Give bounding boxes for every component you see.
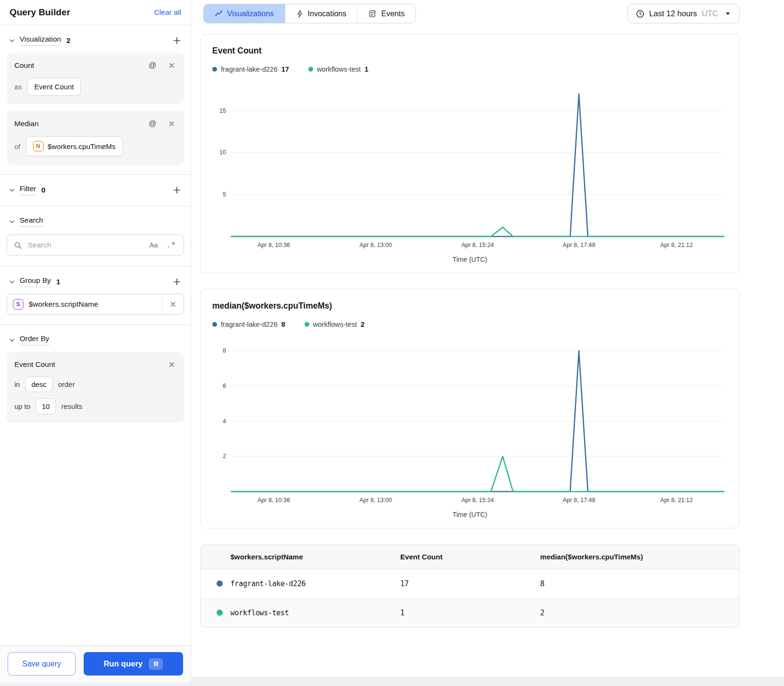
remove-count-visualization-button[interactable]	[167, 61, 176, 70]
order-by-field: Event Count	[14, 360, 55, 369]
tab-label: Events	[381, 10, 404, 18]
chevron-down-icon[interactable]	[9, 279, 15, 285]
y-tick-label: 5	[223, 191, 226, 198]
filter-section: Filter 0	[0, 175, 191, 206]
legend-series-value: 8	[282, 321, 285, 328]
alias-at-button[interactable]: @	[148, 118, 157, 129]
tab-visualizations[interactable]: Visualizations	[204, 4, 285, 23]
chart-title: Event Count	[212, 46, 728, 56]
x-tick-label: Apr 8, 15:24	[461, 497, 494, 504]
legend-series-value: 17	[282, 65, 289, 73]
remove-order-by-button[interactable]	[167, 360, 176, 369]
series-line-fragrant-lake-d226	[231, 94, 724, 237]
add-visualization-button[interactable]	[172, 35, 182, 46]
number-field-icon: N	[33, 141, 44, 151]
legend-dot	[305, 322, 309, 327]
close-icon	[168, 120, 175, 128]
group-by-field-name: $workers.scriptName	[29, 300, 98, 309]
string-field-icon: S	[13, 299, 23, 310]
chevron-down-icon	[725, 11, 731, 17]
chart-legend: fragrant-lake-d22617workflows-test1	[212, 65, 728, 73]
chevron-down-icon[interactable]	[9, 37, 15, 44]
search-section-label[interactable]: Search	[20, 216, 43, 227]
table-row[interactable]: workflows-test12	[201, 599, 739, 628]
horizontal-scrollbar[interactable]	[0, 682, 784, 686]
event-count-alias-field[interactable]: Event Count	[27, 78, 81, 96]
filter-count: 0	[41, 186, 45, 194]
legend-series-name: fragrant-lake-d226	[221, 65, 278, 73]
chevron-down-icon[interactable]	[9, 218, 15, 225]
save-query-button[interactable]: Save query	[8, 652, 76, 675]
remove-group-by-button[interactable]	[162, 294, 184, 314]
legend-item[interactable]: fragrant-lake-d22617	[212, 65, 289, 73]
regex-icon: .*	[166, 241, 176, 249]
group-by-count: 1	[56, 278, 60, 286]
close-icon	[169, 300, 177, 308]
group-by-field-selector[interactable]: S $workers.scriptName	[7, 294, 162, 314]
legend-series-value: 2	[360, 321, 364, 328]
result-limit-input[interactable]: 10	[35, 398, 56, 414]
value-cell: 17	[394, 569, 534, 599]
up-to-label: up to	[14, 402, 30, 410]
clear-all-button[interactable]: Clear all	[154, 8, 181, 17]
search-section: Search Aa .*	[0, 206, 191, 267]
chevron-down-icon[interactable]	[9, 337, 15, 343]
x-tick-label: Apr 8, 21:12	[660, 242, 693, 248]
results-table: $workers.scriptNameEvent Countmedian($wo…	[201, 545, 739, 627]
search-icon	[14, 241, 22, 249]
visualization-section-label[interactable]: Visualization	[20, 35, 61, 46]
at-icon: @	[149, 61, 156, 70]
y-tick-label: 2	[223, 453, 226, 460]
column-header[interactable]: median($workers.cpuTimeMs)	[534, 545, 739, 569]
time-range-label: Last 12 hours	[649, 9, 697, 18]
legend-series-name: workflows-test	[317, 65, 361, 73]
legend-item[interactable]: workflows-test1	[308, 65, 369, 73]
visualization-section: Visualization 2 Count @	[0, 25, 191, 175]
order-by-card: Event Count in desc order	[7, 352, 184, 423]
median-cputime-chart-panel: median($workers.cpuTimeMs) fragrant-lake…	[200, 289, 740, 528]
legend-dot	[212, 322, 217, 327]
count-visualization-card: Count @ as Event Count	[7, 53, 184, 104]
event-count-chart[interactable]: 51015Apr 8, 10:36Apr 8, 13:00Apr 8, 15:2…	[212, 86, 728, 254]
time-range-selector[interactable]: Last 12 hours UTC	[627, 4, 740, 23]
value-cell: 1	[394, 599, 534, 628]
add-group-by-button[interactable]	[172, 277, 182, 287]
column-header[interactable]: $workers.scriptName	[201, 545, 394, 569]
alias-at-button[interactable]: @	[148, 60, 157, 71]
order-by-section-label[interactable]: Order By	[20, 334, 49, 345]
at-icon: @	[149, 119, 156, 128]
y-tick-label: 10	[219, 149, 226, 156]
group-by-field-row: S $workers.scriptName	[7, 294, 184, 315]
regex-toggle[interactable]: .*	[165, 240, 177, 250]
remove-median-visualization-button[interactable]	[167, 119, 176, 129]
close-icon	[168, 62, 175, 69]
x-tick-label: Apr 8, 10:36	[258, 242, 290, 248]
group-by-section-label[interactable]: Group By	[20, 276, 51, 287]
table-header-row: $workers.scriptNameEvent Countmedian($wo…	[201, 545, 739, 569]
tab-events[interactable]: Events	[357, 4, 415, 23]
filter-section-label[interactable]: Filter	[20, 184, 36, 195]
search-input[interactable]	[27, 240, 143, 250]
y-tick-label: 8	[223, 347, 226, 354]
case-sensitive-icon: Aa	[149, 241, 158, 249]
tab-invocations[interactable]: Invocations	[285, 4, 358, 23]
query-builder-sidebar: Query Builder Clear all Visualization 2	[0, 0, 191, 682]
case-sensitive-toggle[interactable]: Aa	[148, 240, 159, 250]
median-field-selector[interactable]: N $workers.cpuTimeMs	[26, 136, 123, 156]
chevron-down-icon[interactable]	[9, 187, 15, 193]
x-axis-label: Time (UTC)	[212, 511, 728, 518]
table-row[interactable]: fragrant-lake-d226178	[201, 569, 739, 599]
order-by-section: Order By Event Count in	[0, 325, 191, 432]
x-tick-label: Apr 8, 13:00	[359, 242, 392, 248]
legend-item[interactable]: workflows-test2	[305, 321, 365, 328]
legend-item[interactable]: fragrant-lake-d2268	[212, 321, 285, 328]
y-tick-label: 4	[223, 418, 226, 425]
column-header[interactable]: Event Count	[394, 545, 534, 569]
page-title: Query Builder	[10, 7, 70, 18]
x-tick-label: Apr 8, 13:00	[359, 497, 392, 504]
median-cputime-chart[interactable]: 2468Apr 8, 10:36Apr 8, 13:00Apr 8, 15:24…	[212, 341, 728, 509]
run-query-button[interactable]: Run query R	[84, 652, 183, 675]
sort-direction-selector[interactable]: desc	[25, 376, 53, 392]
add-filter-button[interactable]	[172, 185, 182, 195]
search-box: Aa .*	[7, 235, 184, 256]
